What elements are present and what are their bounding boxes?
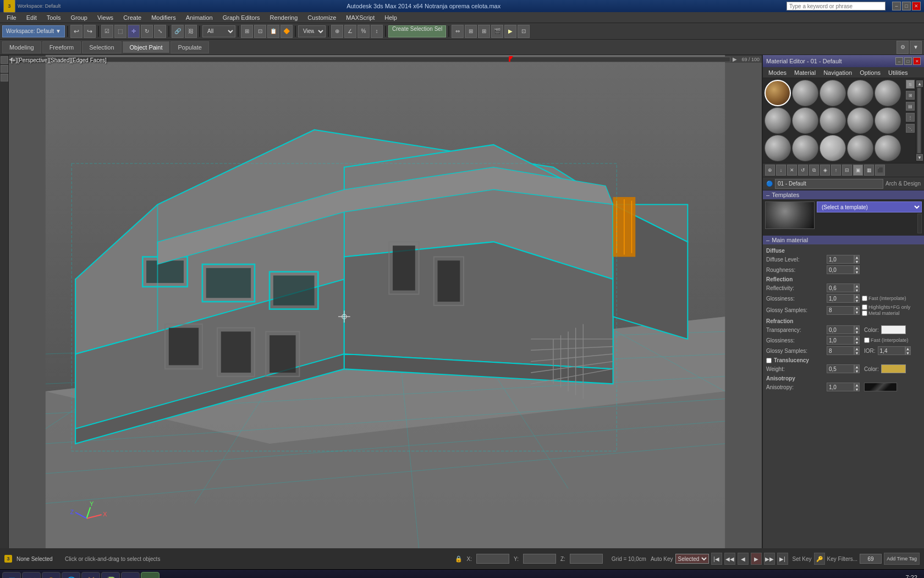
file-explorer-button[interactable]: 📁 <box>22 572 41 579</box>
reflectivity-spinner[interactable]: ▲ ▼ <box>854 283 860 292</box>
mat-reset-btn[interactable]: ↺ <box>798 165 808 176</box>
material-content-scroll[interactable]: – Templates (Select a template) – Main m… <box>763 190 924 548</box>
link-button[interactable]: 🔗 <box>172 25 184 38</box>
menu-edit[interactable]: Edit <box>22 13 41 22</box>
anim-play-btn[interactable]: ▶ <box>751 553 762 565</box>
maximize-button[interactable]: □ <box>902 2 911 10</box>
anim-next-btn[interactable]: ▶▶ <box>764 553 775 565</box>
lock-btn[interactable]: 🔒 <box>455 555 463 563</box>
anim-last-btn[interactable]: ▶| <box>777 553 788 565</box>
render-scene-btn[interactable]: 🎬 <box>491 25 503 38</box>
refr-glossiness-up[interactable]: ▲ <box>854 336 860 340</box>
anisotropy-down[interactable]: ▼ <box>854 387 860 391</box>
mat-sphere-13[interactable] <box>820 135 846 161</box>
snap-toggle-btn[interactable]: ⊕ <box>331 25 343 38</box>
refl-glossy-down[interactable]: ▼ <box>854 310 860 315</box>
zoom-extents-btn[interactable]: ⊡ <box>254 25 266 38</box>
mat-menu-navigation[interactable]: Navigation <box>820 68 855 77</box>
translucency-color-swatch[interactable] <box>881 364 906 373</box>
mat-side-btn-3[interactable]: ▤ <box>906 102 915 111</box>
firefox-button[interactable]: 🦊 <box>81 572 100 579</box>
x-coord-input[interactable] <box>476 554 509 564</box>
menu-customize[interactable]: Customize <box>303 13 340 22</box>
scale-button[interactable]: ⤡ <box>154 25 166 38</box>
mat-sphere-15[interactable] <box>875 135 901 161</box>
menu-graph-editors[interactable]: Graph Editors <box>218 13 265 22</box>
mat-get-btn[interactable]: ↓ <box>776 165 786 176</box>
translucency-weight-value[interactable]: 0,5 <box>827 364 854 373</box>
mat-scroll-down[interactable]: ▼ <box>916 154 923 161</box>
ior-down[interactable]: ▼ <box>905 351 911 355</box>
mat-get-scene-btn[interactable]: ⊟ <box>842 165 852 176</box>
mat-sphere-2[interactable] <box>792 80 818 106</box>
z-coord-input[interactable] <box>570 554 603 564</box>
mat-sphere-14[interactable] <box>847 135 873 161</box>
menu-views[interactable]: Views <box>93 13 118 22</box>
transparency-up[interactable]: ▲ <box>854 325 860 330</box>
frame-number-input[interactable] <box>860 554 882 564</box>
mirror-btn[interactable]: ⇔ <box>452 25 464 38</box>
y-coord-input[interactable] <box>523 554 556 564</box>
roughness-value[interactable]: 0,0 <box>827 265 854 274</box>
diffuse-level-down[interactable]: ▼ <box>854 259 860 264</box>
mat-sphere-7[interactable] <box>792 107 818 134</box>
menu-create[interactable]: Create <box>119 13 146 22</box>
material-name-input[interactable] <box>775 179 883 189</box>
refl-glossiness-down[interactable]: ▼ <box>854 298 860 303</box>
angle-snap-btn[interactable]: ∠ <box>344 25 356 38</box>
template-select-dropdown[interactable]: (Select a template) <box>817 201 922 212</box>
refraction-color-swatch[interactable] <box>881 325 906 334</box>
selected-dropdown[interactable]: Selected <box>675 554 709 564</box>
mat-sphere-10[interactable] <box>875 107 901 134</box>
minimize-button[interactable]: – <box>892 2 901 10</box>
move-button[interactable]: ✛ <box>128 25 140 38</box>
translucency-weight-up[interactable]: ▲ <box>854 364 860 369</box>
refr-glossy-spinner[interactable]: ▲ ▼ <box>854 346 860 355</box>
transparency-value[interactable]: 0,0 <box>827 325 854 334</box>
mat-side-btn-1[interactable]: S <box>906 80 915 89</box>
redo-button[interactable]: ↪ <box>84 25 96 38</box>
anim-prev-key-btn[interactable]: ◀◀ <box>724 553 735 565</box>
ior-value[interactable]: 1,4 <box>878 346 905 355</box>
diffuse-level-up[interactable]: ▲ <box>854 255 860 259</box>
menu-modifiers[interactable]: Modifiers <box>147 13 180 22</box>
menu-file[interactable]: File <box>2 13 21 22</box>
view-type-btn[interactable]: ⊞ <box>241 25 253 38</box>
translucency-weight-spinner[interactable]: ▲ ▼ <box>854 364 860 373</box>
mat-sphere-12[interactable] <box>792 135 818 161</box>
mat-menu-options[interactable]: Options <box>856 68 884 77</box>
mat-sphere-6[interactable] <box>765 107 791 134</box>
anim-prev-btn[interactable]: ◀ <box>738 553 749 565</box>
reflectivity-down[interactable]: ▼ <box>854 288 860 292</box>
mat-menu-utilities[interactable]: Utilities <box>885 68 911 77</box>
mat-bg-btn[interactable]: ⬛ <box>875 165 885 176</box>
mat-show-btn[interactable]: ▣ <box>853 165 863 176</box>
3dsmax-button[interactable]: 3 <box>141 572 160 579</box>
refl-glossiness-value[interactable]: 1,0 <box>827 294 854 303</box>
select-button[interactable]: ☑ <box>101 25 113 38</box>
refl-glossy-samples-spinner[interactable]: ▲ ▼ <box>854 306 860 315</box>
anim-first-btn[interactable]: |◀ <box>711 553 722 565</box>
diffuse-level-value[interactable]: 1,0 <box>827 255 854 264</box>
template-scrollbar[interactable] <box>917 214 922 233</box>
select-region-button[interactable]: ⬚ <box>114 25 127 38</box>
mat-sphere-8[interactable] <box>820 107 846 134</box>
fast-interp-checkbox[interactable] <box>862 296 867 301</box>
refr-fast-interp-checkbox[interactable] <box>864 337 870 343</box>
refl-glossy-samples-value[interactable]: 8 <box>827 306 854 315</box>
mat-menu-material[interactable]: Material <box>791 68 819 77</box>
start-button[interactable]: ⊞ <box>2 572 21 579</box>
roughness-down[interactable]: ▼ <box>854 270 860 274</box>
align-btn[interactable]: ⊞ <box>478 25 490 38</box>
reflectivity-up[interactable]: ▲ <box>854 283 860 288</box>
ior-up[interactable]: ▲ <box>905 346 911 351</box>
search-input[interactable] <box>787 2 886 10</box>
tab-object-paint[interactable]: Object Paint <box>123 41 170 53</box>
mat-sphere-9[interactable] <box>847 107 873 134</box>
outlook-button[interactable]: ⬤ <box>42 572 61 579</box>
undo-button[interactable]: ↩ <box>70 25 82 38</box>
close-button[interactable]: ✕ <box>912 2 921 10</box>
refr-glossiness-down[interactable]: ▼ <box>854 340 860 345</box>
mat-side-btn-5[interactable]: ⋱ <box>906 124 915 133</box>
ie-button[interactable]: 🌐 <box>62 572 80 579</box>
